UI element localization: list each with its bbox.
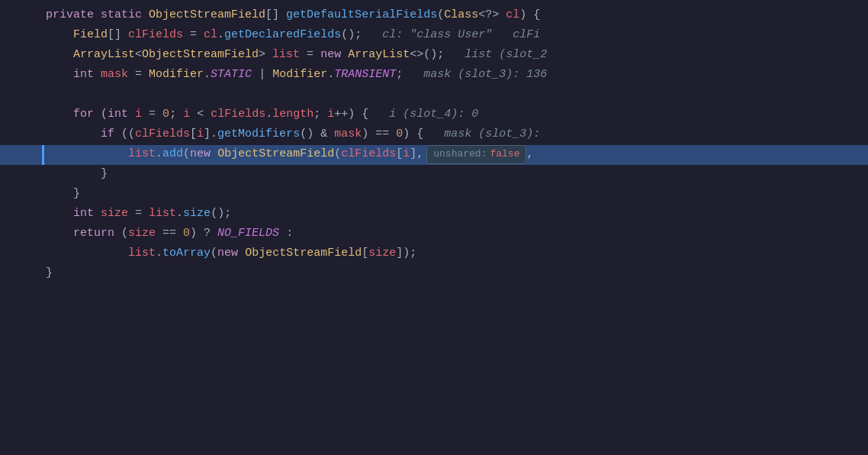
token-var: cl [506, 6, 519, 24]
token-var: clFields [135, 125, 190, 144]
token-var: cl [204, 26, 217, 44]
token-var: length [272, 105, 313, 124]
popup-label: unshared: [433, 147, 487, 163]
token-var: size [368, 244, 396, 263]
token-class: ArrayList [73, 46, 135, 64]
token-var: list [128, 145, 156, 163]
token-var: mask [101, 66, 128, 84]
code-line: } [0, 264, 868, 284]
token-static-field: NO_FIELDS [217, 224, 279, 243]
token-hint: cl: "class User" clFi [362, 26, 540, 44]
token-type: int [108, 105, 128, 124]
token-class: ArrayList [348, 46, 410, 64]
inline-hint-popup: unshared:false [426, 145, 526, 164]
code-line-highlighted: list.add(new ObjectStreamField(clFields[… [0, 145, 868, 165]
token-var: i [197, 125, 204, 144]
token-method: add [162, 145, 183, 163]
token-class: Modifier [272, 66, 327, 84]
token-number: 0 [396, 125, 403, 144]
code-editor: private static ObjectStreamField[] getDe… [0, 0, 868, 455]
token-hint: i (slot_4): 0 [368, 105, 478, 124]
token-number: 0 [183, 224, 190, 243]
code-line: Field[] clFields = cl.getDeclaredFields(… [0, 26, 868, 46]
token-var: size [128, 224, 156, 243]
token-type: int [73, 205, 94, 223]
token-class: ObjectStreamField [245, 244, 362, 263]
token-static-field: TRANSIENT [334, 66, 396, 84]
token-var: i [183, 105, 190, 124]
token-var: i [135, 105, 142, 124]
token-var: i [403, 145, 410, 163]
token-method: getModifiers [217, 125, 300, 144]
code-line: list.toArray(new ObjectStreamField[size]… [0, 244, 868, 264]
token-keyword: for [73, 105, 94, 124]
popup-value: false [490, 147, 519, 163]
token-var: clFields [341, 145, 396, 163]
token-type: int [73, 66, 94, 84]
token-keyword: new [217, 244, 238, 263]
token-keyword: private [46, 6, 94, 24]
token-method: getDefaultSerialFields [286, 6, 437, 24]
token-class: ObjectStreamField [217, 145, 334, 163]
token-var: i [327, 105, 334, 124]
token-class: Class [444, 6, 478, 24]
token-var: size [101, 205, 128, 223]
token-method: toArray [162, 244, 211, 263]
code-line: } [0, 165, 868, 185]
token-keyword: if [101, 125, 114, 144]
token-hint: mask (slot_3): [423, 125, 540, 144]
token-keyword: new [320, 46, 341, 64]
token-var: clFields [128, 26, 183, 44]
token-var: list [149, 205, 176, 223]
code-line: for (int i = 0; i < clFields.length; i++… [0, 105, 868, 125]
code-line: return (size == 0) ? NO_FIELDS : [0, 224, 868, 244]
token-keyword: return [73, 224, 114, 243]
token-number: 0 [162, 105, 169, 124]
token-static-field: STATIC [211, 66, 252, 84]
token-method: size [183, 205, 211, 223]
token-method: getDeclaredFields [224, 26, 341, 44]
code-line [0, 86, 868, 105]
token-keyword: static [101, 6, 142, 24]
token-class: ObjectStreamField [149, 6, 265, 24]
token-var: clFields [211, 105, 265, 124]
token-hint: mask (slot_3): 136 [403, 66, 547, 84]
code-line: int size = list.size(); [0, 205, 868, 224]
code-line: if ((clFields[i].getModifiers() & mask) … [0, 125, 868, 145]
token-var: list [272, 46, 300, 64]
token-hint: list (slot_2 [444, 46, 547, 64]
code-line: private static ObjectStreamField[] getDe… [0, 6, 868, 26]
token-keyword: new [190, 145, 211, 163]
token-class: Field [73, 26, 108, 44]
code-line: } [0, 185, 868, 205]
code-line: int mask = Modifier.STATIC | Modifier.TR… [0, 66, 868, 86]
token-class: Modifier [149, 66, 204, 84]
code-line: ArrayList<ObjectStreamField> list = new … [0, 46, 868, 66]
token-var: list [128, 244, 156, 263]
token-var: mask [334, 125, 362, 144]
token-class: ObjectStreamField [142, 46, 259, 64]
